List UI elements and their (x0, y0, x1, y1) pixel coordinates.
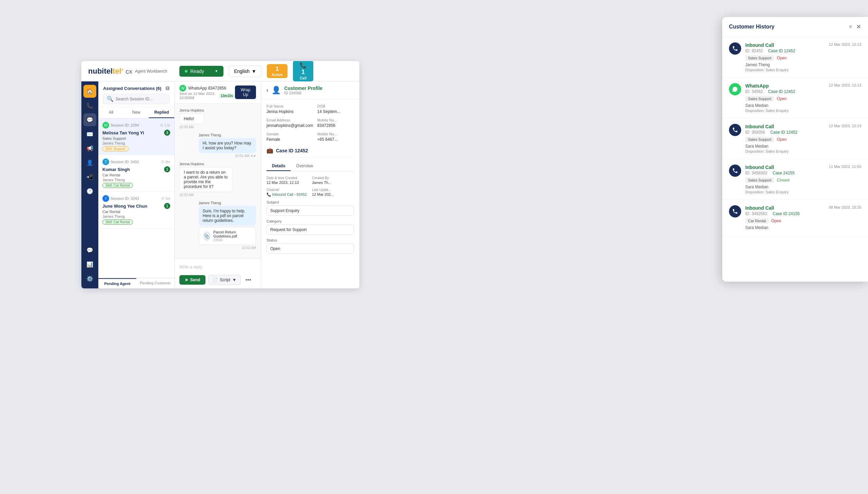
search-box: 🔍 (103, 94, 170, 104)
history-agent: Sara Median (745, 144, 861, 149)
history-item-header: Inbound Call 08 Mar 2023, 15:25 ID: 3492… (729, 205, 861, 231)
tab-new[interactable]: New (124, 107, 149, 118)
subject-input[interactable] (267, 206, 354, 216)
script-button[interactable]: 📄 Script ▼ (208, 275, 241, 285)
case-link[interactable]: Case ID 12452 (770, 130, 797, 135)
sidebar-icon-analytics[interactable]: 📊 (83, 258, 96, 271)
conversation-item[interactable]: T Session ID: 3492 ⏱ 9m Kumar Singh 1 Ca… (98, 155, 174, 192)
conv-name: Melissa Tan Yong Yi 3 (102, 130, 170, 136)
more-options-button[interactable]: ••• (243, 275, 253, 285)
chat-source: WhatsApp 83472856 (188, 86, 226, 91)
conv-time: ⏱ 5m (161, 197, 170, 201)
tab-replied[interactable]: Replied (149, 107, 174, 118)
history-item-header: Inbound Call 11 Mar 2023, 11:55 ID: 3458… (729, 165, 861, 194)
sidebar-icon-phone[interactable]: 📞 (83, 99, 96, 112)
active-count: 1 (275, 65, 279, 73)
case-field-channel: Channel 📞 Inbound Call - 92452 (267, 188, 309, 197)
call-icon: 📞 (300, 62, 307, 69)
msg-time: 10:01 AM ✓✓ (199, 154, 256, 158)
filter-icon[interactable]: ⊟ (165, 86, 170, 91)
profile-grid: Full Name Jenna Hopkins DOB 14 Septem...… (267, 104, 354, 142)
ready-label: Ready (190, 69, 204, 74)
bottom-tabs: Pending Agent Pending Customer (98, 278, 174, 288)
case-link[interactable]: Case ID 12452 (768, 49, 795, 53)
profile-id: ID 234566 (284, 91, 322, 95)
wrap-up-button[interactable]: Wrap Up (235, 86, 256, 99)
conversation-item[interactable]: f Session ID: 3243 ⏱ 5m June Wong Yee Ch… (98, 192, 174, 228)
sidebar-icon-callback[interactable]: 📲 (83, 170, 96, 183)
history-channel-name: WhatsApp (745, 83, 769, 89)
sidebar-icon-settings[interactable]: ⚙️ (83, 272, 96, 285)
category-select[interactable]: Request for Support (267, 225, 354, 235)
call-in-icon (729, 165, 741, 177)
conversation-list: W Session ID: 2294 ⏱ 1 hr Melissa Tan Yo… (98, 118, 174, 278)
history-agent: Sara Median (745, 103, 861, 108)
sidebar-icon-email[interactable]: ✉️ (83, 128, 96, 140)
tab-all[interactable]: All (98, 107, 124, 118)
history-agent: Sara Median (745, 185, 861, 189)
whatsapp-icon (729, 83, 741, 95)
sidebar-icon-chat2[interactable]: 💬 (83, 244, 96, 256)
profile-field-gender: Gender Female (267, 132, 313, 142)
chat-reply-placeholder[interactable]: Write a reply (179, 262, 256, 272)
history-item-top: Inbound Call 12 Mar 2023, 12:13 (745, 124, 861, 129)
bottom-tab-pending-agent[interactable]: Pending Agent (98, 278, 136, 288)
form-group-status: Status Open (267, 238, 354, 254)
history-tag: Sales Support (745, 55, 774, 61)
sidebar-icon-broadcast[interactable]: 📢 (83, 142, 96, 155)
language-button[interactable]: English ▼ (229, 65, 261, 77)
chat-time: Sent on 12 Mar 2023, 10:00AM 13m10s (179, 92, 235, 100)
case-tab-overview[interactable]: Overview (291, 162, 318, 171)
attachment-card[interactable]: 📎 Parcel Return Guidelines.pdf 235kb (199, 227, 256, 245)
history-disposition: Disposition: Sales Enquiry (745, 190, 861, 194)
status-select[interactable]: Open (267, 244, 354, 254)
tab-bar: All New Replied (98, 107, 174, 118)
case-link[interactable]: Case 24155 (773, 171, 795, 175)
conv-meta: W Session ID: 2294 ⏱ 1 hr (102, 122, 170, 129)
sidebar-icon-chat[interactable]: 💬 (83, 113, 96, 126)
conv-queue: Car Rental (102, 173, 170, 177)
double-check-icon: ✓✓ (251, 154, 256, 158)
history-id: ID: 92452 Case ID 12452 (745, 49, 861, 53)
history-item-content: Inbound Call 12 Mar 2023, 12:13 ID: 9245… (745, 42, 861, 72)
conv-meta: T Session ID: 3492 ⏱ 9m (102, 158, 170, 165)
conversation-item[interactable]: W Session ID: 2294 ⏱ 1 hr Melissa Tan Yo… (98, 118, 174, 155)
history-channel-name: Inbound Call (745, 205, 774, 211)
sidebar-icon-contacts[interactable]: 👤 (83, 156, 96, 169)
script-chevron-icon: ▼ (232, 278, 236, 282)
case-link[interactable]: Case ID 24155 (773, 211, 800, 216)
sidebar-icon-home[interactable]: 🏠 (83, 85, 96, 98)
call-in-icon (729, 124, 741, 136)
status-label: Status (267, 238, 354, 242)
msg-time: 10:02 AM (199, 246, 256, 250)
header-bar: nubiteltel® CX Agent Workbench Ready ▼ E… (81, 61, 359, 81)
conv-session: T Session ID: 3492 (102, 158, 139, 165)
send-button[interactable]: ➤ Send (179, 275, 205, 285)
conv-skill: Skill: Car Rental (102, 220, 133, 225)
ready-button[interactable]: Ready ▼ (179, 66, 223, 77)
back-arrow-icon[interactable]: ‹ (267, 87, 268, 93)
modal-filter-icon[interactable]: ≡ (849, 24, 852, 30)
msg-time: 10:00 AM (179, 125, 204, 129)
message-bubble: James Theng Sure, I'm happy to help. Her… (199, 201, 256, 250)
icon-sidebar: 🏠 📞 💬 ✉️ 📢 👤 📲 🕐 💬 📊 ⚙️ (81, 81, 98, 288)
bottom-tab-pending-customer[interactable]: Pending Customer (136, 278, 174, 288)
active-badge: 1 Active (267, 64, 288, 78)
conv-queue: Car Rental (102, 210, 170, 214)
telegram-icon: T (102, 158, 109, 165)
history-tags: Car Rental Open (745, 218, 861, 224)
attachment-size: 235kb (213, 238, 252, 242)
case-link[interactable]: Case ID 12452 (768, 89, 795, 94)
history-status: Open (777, 96, 787, 101)
profile-field-dob: DOB 14 Septem... (317, 104, 354, 114)
history-item-content: Inbound Call 11 Mar 2023, 11:55 ID: 3458… (745, 165, 861, 194)
facebook-icon: f (102, 195, 109, 202)
modal-close-button[interactable]: ✕ (856, 23, 861, 31)
profile-field-name: Full Name Jenna Hopkins (267, 104, 313, 114)
search-input[interactable] (116, 97, 166, 101)
msg-text: Hi, how are you? How may I assist you to… (199, 138, 256, 153)
msg-sender: James Theng (199, 201, 256, 205)
case-tab-details[interactable]: Details (267, 162, 291, 171)
sidebar-icon-history[interactable]: 🕐 (83, 185, 96, 197)
chat-input-area: Write a reply ➤ Send 📄 Script ▼ ••• (175, 258, 261, 288)
